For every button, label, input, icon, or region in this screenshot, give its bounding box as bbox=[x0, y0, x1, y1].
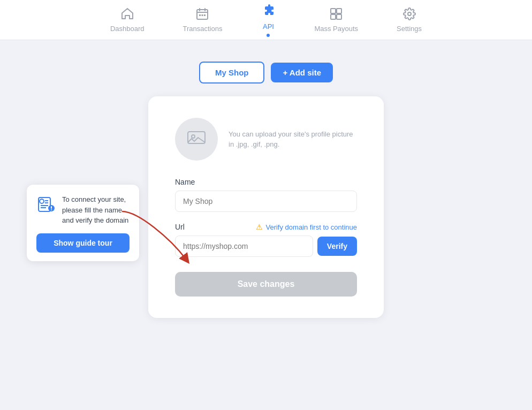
svg-rect-8 bbox=[337, 9, 341, 13]
nav-transactions[interactable]: Transactions bbox=[177, 3, 229, 37]
home-icon bbox=[120, 7, 134, 22]
navbar: Dashboard Transactions API bbox=[0, 0, 532, 40]
svg-rect-9 bbox=[331, 14, 336, 19]
name-field-group: Name bbox=[175, 178, 357, 212]
nav-settings[interactable]: Settings bbox=[390, 3, 428, 37]
nav-mass-payouts-label: Mass Payouts bbox=[314, 25, 358, 33]
grid-icon bbox=[330, 7, 343, 22]
guide-text: To connect your site, please fill the na… bbox=[62, 194, 130, 226]
tabs-row: My Shop + Add site bbox=[199, 62, 333, 83]
calendar-icon bbox=[196, 7, 209, 22]
svg-rect-7 bbox=[331, 9, 336, 13]
verify-warning-text: Verify domain first to continue bbox=[265, 223, 357, 231]
site-form-card: You can upload your site's profile pictu… bbox=[148, 96, 384, 318]
warning-triangle-icon: ⚠ bbox=[256, 223, 263, 231]
main-content: My Shop + Add site You can upload your s… bbox=[0, 40, 532, 339]
verify-button[interactable]: Verify bbox=[317, 237, 357, 256]
nav-api-label: API bbox=[263, 22, 274, 31]
nav-settings-label: Settings bbox=[397, 25, 422, 33]
nav-transactions-label: Transactions bbox=[183, 25, 223, 33]
nav-mass-payouts[interactable]: Mass Payouts bbox=[308, 3, 364, 37]
avatar-section: You can upload your site's profile pictu… bbox=[175, 118, 357, 161]
url-label: Url bbox=[175, 223, 185, 231]
avatar-placeholder[interactable] bbox=[175, 118, 218, 161]
image-icon bbox=[187, 130, 206, 149]
url-input-row: Verify bbox=[175, 236, 357, 257]
my-shop-tab[interactable]: My Shop bbox=[199, 62, 265, 83]
url-input[interactable] bbox=[175, 236, 313, 257]
guide-icon bbox=[36, 194, 56, 217]
avatar-hint: You can upload your site's profile pictu… bbox=[229, 129, 357, 150]
name-label: Name bbox=[175, 178, 195, 186]
name-input[interactable] bbox=[175, 191, 357, 212]
svg-rect-6 bbox=[204, 14, 206, 16]
show-guide-tour-button[interactable]: Show guide tour bbox=[36, 233, 130, 253]
svg-rect-12 bbox=[188, 132, 205, 143]
svg-rect-10 bbox=[337, 14, 341, 19]
svg-rect-5 bbox=[202, 14, 203, 16]
nav-api-dot bbox=[267, 34, 270, 37]
svg-point-22 bbox=[51, 209, 52, 210]
nav-dashboard[interactable]: Dashboard bbox=[104, 3, 151, 37]
add-site-button[interactable]: + Add site bbox=[271, 63, 333, 82]
puzzle-icon bbox=[261, 3, 276, 20]
save-changes-button[interactable]: Save changes bbox=[175, 272, 357, 297]
name-label-row: Name bbox=[175, 178, 357, 186]
url-label-row: Url ⚠ Verify domain first to continue bbox=[175, 223, 357, 231]
guide-tour-card: To connect your site, please fill the na… bbox=[27, 185, 139, 261]
verify-warning: ⚠ Verify domain first to continue bbox=[256, 223, 357, 231]
svg-point-11 bbox=[408, 12, 411, 16]
gear-icon bbox=[403, 7, 416, 22]
guide-card-top: To connect your site, please fill the na… bbox=[36, 194, 130, 226]
svg-rect-4 bbox=[199, 14, 201, 16]
nav-dashboard-label: Dashboard bbox=[110, 25, 145, 33]
svg-point-13 bbox=[192, 135, 195, 138]
nav-api[interactable]: API bbox=[254, 0, 282, 41]
url-field-group: Url ⚠ Verify domain first to continue Ve… bbox=[175, 223, 357, 257]
svg-point-15 bbox=[40, 199, 44, 203]
